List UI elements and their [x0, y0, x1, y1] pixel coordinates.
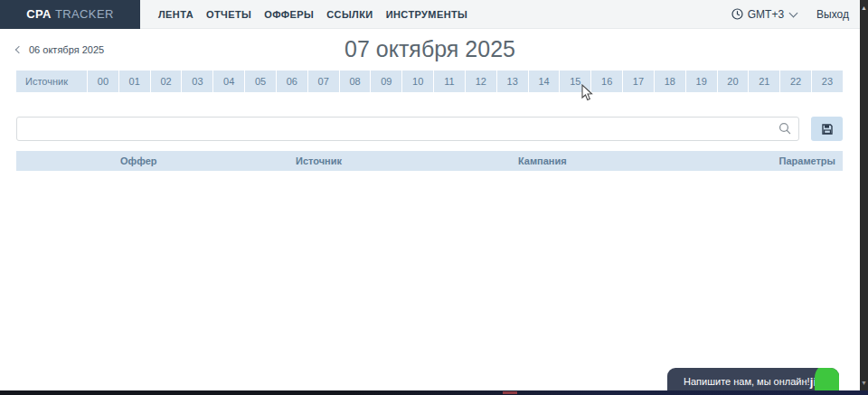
hour-cell: 06 [276, 71, 307, 92]
logo-text-bold: CPA [26, 7, 52, 21]
search-wrap [16, 117, 799, 141]
hour-cell: 13 [496, 71, 528, 92]
hour-cell: 23 [811, 71, 843, 92]
hour-cell: 17 [622, 71, 654, 92]
hour-cell: 07 [307, 71, 339, 92]
hour-cell: 00 [87, 71, 118, 92]
jivo-leaf-icon [815, 368, 839, 393]
hour-cell: 15 [559, 71, 590, 92]
bottom-strip-accent [503, 391, 517, 394]
hour-cell: 12 [465, 71, 496, 92]
nav-item-lenta[interactable]: ЛЕНТА [154, 9, 198, 20]
column-header-kampaniya: Кампания [518, 155, 779, 166]
hour-cell: 04 [212, 71, 244, 92]
app-logo[interactable]: CPA TRACKER [0, 0, 140, 29]
hours-source-header: Источник [16, 71, 87, 92]
chevron-down-icon [789, 8, 798, 17]
scroll-up-icon[interactable]: ▲ [860, 4, 868, 13]
chat-message: Напишите нам, мы онлайн! [684, 376, 810, 387]
hour-cell: 20 [717, 71, 749, 92]
hour-cell: 03 [181, 71, 212, 92]
logout-button[interactable]: Выход [816, 8, 849, 21]
hour-cell: 18 [654, 71, 685, 92]
hour-cell: 19 [685, 71, 717, 92]
hour-cell: 02 [150, 71, 182, 92]
hour-cell: 01 [118, 71, 150, 92]
hour-cell: 05 [244, 71, 276, 92]
hours-header-row: Источник 0001020304050607080910111213141… [16, 71, 843, 92]
nav-item-ssylki[interactable]: ССЫЛКИ [322, 9, 377, 20]
column-header-istochnik: Источник [296, 155, 518, 166]
scroll-down-icon[interactable]: ▼ [860, 379, 868, 388]
hour-cell: 14 [528, 71, 560, 92]
clock-icon [731, 8, 743, 20]
search-input[interactable] [16, 117, 799, 141]
vertical-scrollbar[interactable]: ▲ ▼ [860, 0, 868, 395]
main-nav: ЛЕНТАОТЧЕТЫОФФЕРЫССЫЛКИИНСТРУМЕНТЫ [154, 9, 476, 20]
hour-cell: 09 [370, 71, 401, 92]
export-button[interactable] [811, 117, 843, 141]
hour-cell: 10 [401, 71, 433, 92]
hour-cell: 22 [779, 71, 811, 92]
nav-item-otchety[interactable]: ОТЧЕТЫ [202, 9, 256, 20]
export-icon [821, 123, 834, 136]
topbar: CPA TRACKER ЛЕНТАОТЧЕТЫОФФЕРЫССЫЛКИИНСТР… [0, 0, 860, 29]
column-header-parametry: Параметры [779, 155, 843, 166]
report-table-header: ОфферИсточникКампанияПараметры [16, 151, 843, 171]
nav-item-offery[interactable]: ОФФЕРЫ [259, 9, 318, 20]
nav-item-instrumenty[interactable]: ИНСТРУМЕНТЫ [382, 9, 473, 20]
hour-cell: 21 [748, 71, 779, 92]
hour-cell: 08 [339, 71, 371, 92]
topbar-right: GMT+3 Выход [731, 8, 860, 21]
hour-cell: 11 [433, 71, 465, 92]
hour-cell: 16 [590, 71, 622, 92]
column-header-offer: Оффер [120, 155, 296, 166]
timezone-selector[interactable]: GMT+3 [731, 8, 797, 21]
logo-text-rest: TRACKER [55, 7, 114, 21]
bottom-edge-strip [0, 390, 868, 395]
timezone-label: GMT+3 [748, 8, 784, 21]
page-title: 07 октября 2025 [0, 36, 860, 62]
